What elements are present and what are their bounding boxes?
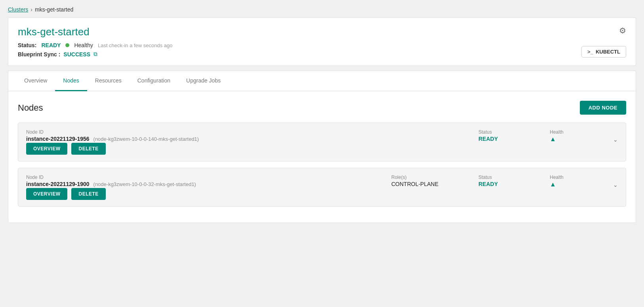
terminal-icon: >_ [587, 49, 593, 55]
node-status-col: Status READY [478, 129, 534, 142]
status-row: Status: READY Healthy Last check-in a fe… [18, 42, 626, 48]
node-id-row: instance-20221129-1900 (node-kg3zwem-10-… [26, 181, 391, 187]
health-dot-icon [65, 43, 69, 47]
status-label: Status: [18, 42, 36, 48]
cluster-title: mks-get-started [18, 26, 626, 38]
node-id-label: Node ID [26, 129, 478, 135]
node-status-value: READY [478, 181, 534, 187]
node-roles-col: Role(s) CONTROL-PLANE [391, 175, 463, 187]
tab-overview[interactable]: Overview [16, 71, 55, 91]
node-delete-button[interactable]: DELETE [71, 188, 105, 200]
node-health-icon: ▲ [550, 136, 597, 143]
node-card-top: Node ID instance-20221129-1900 (node-kg3… [26, 175, 618, 188]
add-node-button[interactable]: ADD NODE [580, 101, 626, 115]
node-actions: OVERVIEW DELETE [26, 143, 618, 155]
node-overview-button[interactable]: OVERVIEW [26, 188, 67, 200]
node-id-value: instance-20221129-1900 [26, 181, 90, 187]
node-id-label: Node ID [26, 175, 391, 180]
breadcrumb-current: mks-get-started [35, 6, 73, 13]
tab-configuration[interactable]: Configuration [130, 71, 178, 91]
node-id-alt: (node-kg3zwem-10-0-0-140-mks-get-started… [93, 136, 199, 142]
kubectl-label: KUBECTL [596, 49, 620, 55]
checkin-text: Last check-in a few seconds ago [98, 42, 173, 48]
node-status-col: Status READY [478, 175, 534, 187]
kubectl-button[interactable]: >_ KUBECTL [581, 46, 626, 58]
external-link-icon[interactable]: ⧉ [93, 51, 97, 58]
node-id-value: instance-20221129-1956 [26, 136, 90, 142]
node-status-label: Status [478, 129, 534, 135]
node-health-label: Health [550, 175, 597, 180]
node-card: Node ID instance-20221129-1956 (node-kg3… [18, 123, 626, 161]
node-meta: Node ID instance-20221129-1900 (node-kg3… [26, 175, 391, 187]
node-id-alt: (node-kg3zwem-10-0-0-32-mks-get-started1… [93, 181, 196, 187]
node-health-col: Health ▲ [550, 129, 597, 143]
blueprint-status: SUCCESS [63, 51, 90, 58]
node-status-label: Status [478, 175, 534, 180]
node-id-row: instance-20221129-1956 (node-kg3zwem-10-… [26, 136, 478, 142]
node-health-label: Health [550, 129, 597, 135]
nodes-section: Nodes ADD NODE Node ID instance-20221129… [8, 91, 636, 223]
gear-icon[interactable]: ⚙ [619, 26, 626, 35]
tabs: Overview Nodes Resources Configuration U… [8, 71, 636, 91]
node-overview-button[interactable]: OVERVIEW [26, 143, 67, 155]
breadcrumb: Clusters › mks-get-started [8, 6, 636, 13]
blueprint-row: Blueprint Sync : SUCCESS ⧉ [18, 51, 626, 58]
nodes-header: Nodes ADD NODE [18, 101, 626, 115]
health-text: Healthy [74, 42, 93, 48]
blueprint-label: Blueprint Sync : [18, 51, 60, 58]
node-roles-label: Role(s) [391, 175, 463, 180]
node-meta: Node ID instance-20221129-1956 (node-kg3… [26, 129, 478, 142]
node-delete-button[interactable]: DELETE [71, 143, 105, 155]
main-card: Overview Nodes Resources Configuration U… [8, 71, 636, 223]
tab-nodes[interactable]: Nodes [55, 71, 87, 91]
node-roles-value: CONTROL-PLANE [391, 181, 463, 187]
nodes-title: Nodes [18, 103, 43, 113]
node-health-col: Health ▲ [550, 175, 597, 188]
tab-resources[interactable]: Resources [87, 71, 130, 91]
breadcrumb-separator: › [30, 6, 32, 13]
node-health-icon: ▲ [550, 181, 597, 188]
node-status-value: READY [478, 136, 534, 142]
node-expand-icon[interactable]: ⌄ [613, 175, 618, 188]
node-card-top: Node ID instance-20221129-1956 (node-kg3… [26, 129, 618, 143]
clusters-link[interactable]: Clusters [8, 6, 28, 13]
tab-upgrade-jobs[interactable]: Upgrade Jobs [178, 71, 229, 91]
node-card: Node ID instance-20221129-1900 (node-kg3… [18, 168, 626, 207]
node-expand-icon[interactable]: ⌄ [613, 129, 618, 143]
status-value: READY [41, 42, 61, 48]
header-card: ⚙ mks-get-started Status: READY Healthy … [8, 17, 636, 66]
node-actions: OVERVIEW DELETE [26, 188, 618, 200]
